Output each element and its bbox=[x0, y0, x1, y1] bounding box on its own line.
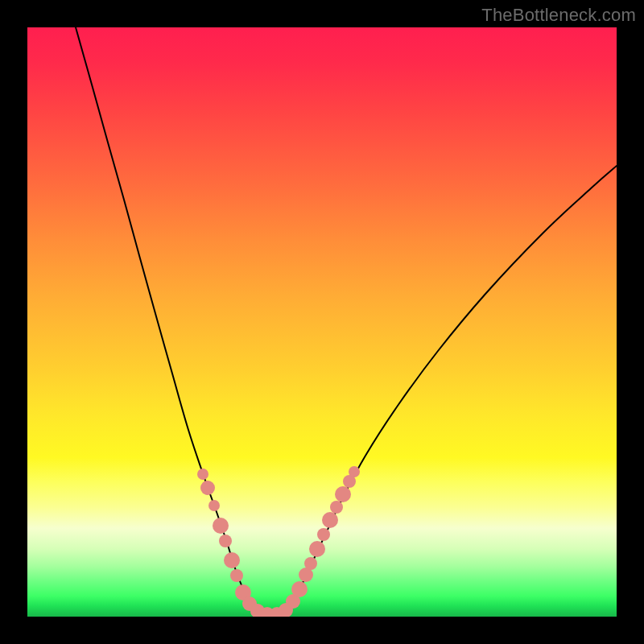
marker-bead bbox=[219, 535, 232, 547]
marker-bead bbox=[349, 466, 360, 477]
marker-bead bbox=[317, 528, 330, 541]
plot-area bbox=[27, 27, 617, 617]
marker-bead bbox=[197, 469, 208, 480]
chart-svg bbox=[27, 27, 617, 617]
marker-bead bbox=[335, 486, 351, 502]
chart-frame: TheBottleneck.com bbox=[0, 0, 644, 644]
marker-bead bbox=[208, 500, 220, 511]
marker-group bbox=[197, 466, 360, 617]
left-curve bbox=[76, 27, 261, 613]
marker-bead bbox=[213, 518, 229, 534]
marker-bead bbox=[330, 501, 343, 514]
marker-bead bbox=[230, 569, 243, 582]
marker-bead bbox=[304, 557, 317, 570]
right-curve bbox=[283, 166, 617, 613]
marker-bead bbox=[224, 552, 240, 568]
marker-bead bbox=[200, 481, 215, 495]
marker-bead bbox=[322, 512, 338, 528]
marker-bead bbox=[291, 581, 308, 597]
marker-bead bbox=[309, 541, 325, 557]
watermark-text: TheBottleneck.com bbox=[481, 5, 636, 26]
